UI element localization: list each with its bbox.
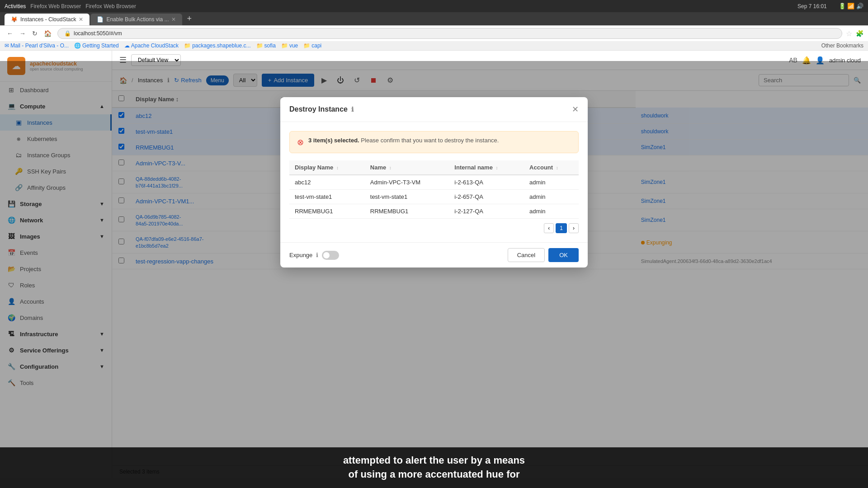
extensions-icon[interactable]: 🧩 bbox=[856, 30, 863, 37]
sort-icon: ↕ bbox=[336, 165, 339, 170]
modal-header: Destroy Instance ℹ ✕ bbox=[280, 97, 588, 122]
alert-message: Please confirm that you want to destroy … bbox=[361, 137, 499, 144]
nav-reload[interactable]: ↻ bbox=[30, 29, 40, 38]
url-text: localhost:5050/#/vm bbox=[74, 30, 122, 37]
address-bar[interactable]: 🔒 localhost:5050/#/vm bbox=[57, 28, 842, 39]
modal-overlay: Destroy Instance ℹ ✕ ⊗ 3 item(s) selecte… bbox=[0, 61, 868, 478]
bookmark-getting-started[interactable]: 🌐 Getting Started bbox=[74, 42, 119, 49]
bookmark-mail[interactable]: ✉ Mail - Pearl d'Silva - O... bbox=[5, 42, 69, 49]
browser-titlebar: Activities Firefox Web Browser Firefox W… bbox=[0, 0, 868, 12]
prev-page-button[interactable]: ‹ bbox=[544, 223, 554, 233]
modal-name: Admin-VPC-T3-VM bbox=[365, 175, 449, 190]
modal-body: ⊗ 3 item(s) selected. Please confirm tha… bbox=[280, 122, 588, 242]
bookmark-vue[interactable]: 📁 vue bbox=[281, 42, 298, 49]
tab2-label: Enable Bulk Actions via ... bbox=[106, 16, 169, 23]
modal-col-account[interactable]: Account ↕ bbox=[524, 160, 579, 175]
bookmark-star[interactable]: ☆ bbox=[846, 29, 852, 38]
modal-account: admin bbox=[524, 175, 579, 190]
clock: Sep 7 16:01 bbox=[797, 3, 827, 9]
expunge-label: Expunge bbox=[289, 252, 312, 258]
modal-name: RRMEMBUG1 bbox=[365, 204, 449, 219]
browser-app-label: Firefox Web Browser bbox=[30, 3, 81, 9]
expunge-section: Expunge ℹ bbox=[289, 251, 339, 260]
modal-col-internal-name[interactable]: Internal name ↕ bbox=[449, 160, 524, 175]
ok-button[interactable]: OK bbox=[548, 248, 579, 262]
alert-count: 3 item(s) selected. bbox=[308, 137, 359, 144]
nav-back[interactable]: ← bbox=[5, 29, 15, 38]
subtitle-line1: attempted to alert the user by a means bbox=[9, 454, 859, 468]
nav-home[interactable]: 🏠 bbox=[42, 29, 54, 38]
tab-bulk-actions[interactable]: 📄 Enable Bulk Actions via ... ✕ bbox=[90, 14, 182, 25]
alert-icon: ⊗ bbox=[297, 137, 304, 147]
expunge-info-icon[interactable]: ℹ bbox=[316, 252, 318, 258]
modal-internal-name: i-2-127-QA bbox=[449, 204, 524, 219]
alert-warning: ⊗ 3 item(s) selected. Please confirm tha… bbox=[289, 131, 579, 153]
tab2-favicon: 📄 bbox=[97, 16, 104, 23]
sort-icon: ↕ bbox=[389, 165, 392, 170]
destroy-instance-modal: Destroy Instance ℹ ✕ ⊗ 3 item(s) selecte… bbox=[280, 97, 588, 267]
modal-col-display-name[interactable]: Display Name ↕ bbox=[289, 160, 365, 175]
modal-display-name: abc12 bbox=[289, 175, 365, 190]
modal-display-name: RRMEMBUG1 bbox=[289, 204, 365, 219]
sort-icon: ↕ bbox=[496, 165, 498, 170]
activity-label: Activities bbox=[5, 3, 26, 9]
modal-name: test-vm-state1 bbox=[365, 190, 449, 204]
bookmark-sofia[interactable]: 📁 sofia bbox=[256, 42, 276, 49]
expunge-toggle[interactable] bbox=[322, 251, 339, 260]
firefox-label: Firefox Web Browser bbox=[85, 3, 136, 9]
modal-account: admin bbox=[524, 190, 579, 204]
modal-display-name: test-vm-state1 bbox=[289, 190, 365, 204]
lock-icon: 🔒 bbox=[64, 30, 71, 37]
page-1-button[interactable]: 1 bbox=[556, 223, 567, 233]
next-page-button[interactable]: › bbox=[569, 223, 579, 233]
modal-col-name[interactable]: Name ↕ bbox=[365, 160, 449, 175]
tab1-close[interactable]: ✕ bbox=[79, 16, 83, 23]
modal-internal-name: i-2-613-QA bbox=[449, 175, 524, 190]
modal-table-row: test-vm-state1 test-vm-state1 i-2-657-QA… bbox=[289, 190, 579, 204]
modal-help-icon[interactable]: ℹ bbox=[351, 106, 354, 113]
toggle-slider bbox=[322, 251, 339, 260]
bookmarks-bar: ✉ Mail - Pearl d'Silva - O... 🌐 Getting … bbox=[0, 41, 868, 51]
modal-actions: Cancel OK bbox=[508, 248, 579, 262]
other-bookmarks[interactable]: Other Bookmarks bbox=[821, 42, 863, 49]
bookmark-packages[interactable]: 📁 packages.shapeblue.c... bbox=[184, 42, 250, 49]
add-tab-button[interactable]: + bbox=[183, 12, 195, 25]
tab1-label: Instances - CloudStack bbox=[20, 16, 76, 23]
cancel-button[interactable]: Cancel bbox=[508, 248, 545, 262]
sort-icon: ↕ bbox=[556, 165, 558, 170]
tab1-favicon: 🦊 bbox=[11, 16, 18, 23]
modal-table-row: RRMEMBUG1 RRMEMBUG1 i-2-127-QA admin bbox=[289, 204, 579, 219]
tab2-close[interactable]: ✕ bbox=[171, 16, 176, 23]
tab-instances[interactable]: 🦊 Instances - CloudStack ✕ bbox=[5, 14, 90, 25]
nav-forward[interactable]: → bbox=[17, 29, 28, 38]
modal-footer: Expunge ℹ Cancel OK bbox=[280, 242, 588, 267]
modal-table-row: abc12 Admin-VPC-T3-VM i-2-613-QA admin bbox=[289, 175, 579, 190]
subtitle-line2: of using a more accentuated hue for bbox=[9, 468, 859, 478]
modal-internal-name: i-2-657-QA bbox=[449, 190, 524, 204]
modal-title-text: Destroy Instance bbox=[289, 105, 348, 113]
modal-table: Display Name ↕ Name ↕ Internal name ↕ bbox=[289, 160, 579, 219]
browser-addressbar: ← → ↻ 🏠 🔒 localhost:5050/#/vm ☆ 🧩 bbox=[0, 25, 868, 41]
bookmark-capi[interactable]: 📁 capi bbox=[303, 42, 321, 49]
bookmark-apache[interactable]: ☁ Apache CloudStack bbox=[124, 42, 179, 49]
modal-account: admin bbox=[524, 204, 579, 219]
subtitle-bar: attempted to alert the user by a means o… bbox=[0, 447, 868, 478]
sys-tray: 🔋 📶 🔊 bbox=[839, 3, 863, 9]
modal-close-button[interactable]: ✕ bbox=[572, 104, 579, 114]
browser-tabbar: 🦊 Instances - CloudStack ✕ 📄 Enable Bulk… bbox=[0, 12, 868, 25]
modal-pagination: ‹ 1 › bbox=[289, 223, 579, 233]
